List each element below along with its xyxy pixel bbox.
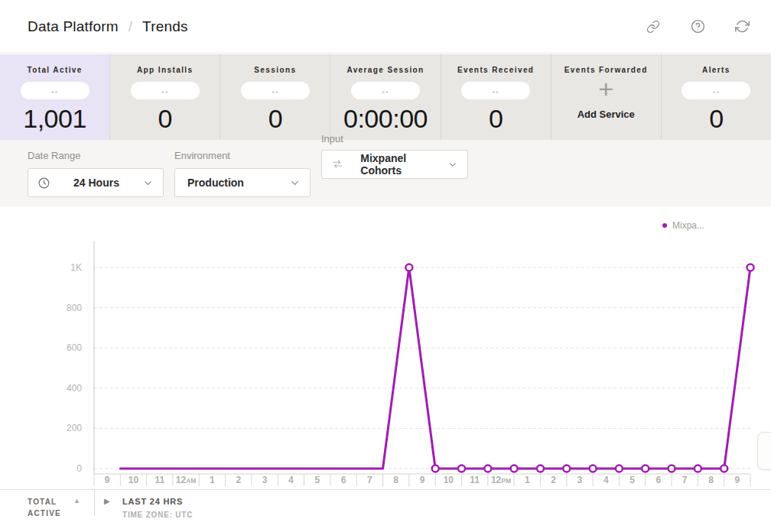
sort-ascending-icon[interactable]: ▲: [73, 497, 80, 504]
legend-dot-icon: [662, 223, 667, 228]
environment-select[interactable]: Production: [174, 168, 311, 197]
data-point-marker[interactable]: [405, 264, 412, 271]
svg-text:12PM: 12PM: [491, 475, 511, 485]
metric-card-events-received[interactable]: Events Received -- 0: [441, 54, 551, 140]
row-metric-label: TOTAL ACTIVE: [28, 496, 61, 519]
data-point-marker[interactable]: [511, 466, 518, 472]
metric-label: Events Forwarded: [564, 66, 648, 74]
svg-text:1K: 1K: [70, 262, 82, 273]
range-label: LAST 24 HRS: [122, 497, 183, 506]
metric-label: Events Received: [457, 66, 535, 74]
data-point-marker[interactable]: [616, 466, 623, 472]
svg-text:10: 10: [444, 475, 454, 485]
timezone-label: TIME ZONE: UTC: [122, 511, 193, 519]
metric-delta-pill: --: [241, 82, 310, 99]
row-metric-label-line1: TOTAL: [28, 496, 61, 508]
environment-filter: Environment Production: [174, 150, 311, 197]
metric-card-sessions[interactable]: Sessions -- 0: [220, 54, 330, 140]
svg-text:7: 7: [367, 475, 372, 485]
input-filter: Mixpanel Cohorts Input: [321, 150, 468, 179]
trends-chart-section: Mixpa... 02004006008001K9101112AM1234567…: [0, 206, 771, 489]
data-point-marker[interactable]: [432, 466, 439, 472]
breadcrumb-parent[interactable]: Data Platform: [28, 18, 119, 35]
metric-value: 1,001: [23, 105, 86, 133]
svg-text:4: 4: [288, 475, 294, 485]
chevron-down-icon: [447, 159, 458, 170]
data-point-marker[interactable]: [537, 466, 544, 472]
svg-text:4: 4: [603, 475, 609, 485]
input-value: Mixpanel Cohorts: [360, 152, 441, 177]
svg-text:12AM: 12AM: [176, 475, 197, 485]
chevron-down-icon: [142, 177, 154, 189]
metric-delta-pill: --: [351, 82, 420, 99]
expand-row-icon[interactable]: ▶: [104, 497, 110, 505]
metric-delta-pill: --: [21, 82, 89, 99]
data-point-marker[interactable]: [669, 466, 675, 472]
page-header: Data Platform / Trends: [0, 0, 771, 54]
y-axis-labels: 02004006008001K: [67, 262, 82, 474]
svg-text:6: 6: [341, 475, 346, 485]
svg-text:9: 9: [734, 475, 740, 485]
share-link-button[interactable]: [646, 19, 661, 34]
metric-card-alerts[interactable]: Alerts -- 0: [662, 54, 771, 140]
header-actions: [646, 19, 750, 34]
metric-card-total-active[interactable]: Total Active -- 1,001: [0, 54, 110, 140]
svg-text:11: 11: [155, 475, 164, 485]
metric-value: 0: [709, 105, 723, 133]
filter-bar: Date Range 24 Hours Environment Producti…: [0, 140, 771, 206]
add-service-button[interactable]: Add Service: [577, 109, 635, 120]
metric-label: Alerts: [702, 66, 730, 74]
line-chart[interactable]: 02004006008001K9101112AM123456789101112P…: [0, 206, 771, 489]
breadcrumb-separator: /: [128, 18, 132, 35]
metric-cards-row: Total Active -- 1,001 App Installs -- 0 …: [0, 54, 771, 140]
data-point-marker[interactable]: [458, 466, 465, 472]
svg-text:2: 2: [551, 475, 556, 485]
svg-text:7: 7: [682, 475, 688, 485]
chart-footer: TOTAL ACTIVE ▲ ▶ LAST 24 HRS TIME ZONE: …: [0, 489, 771, 532]
metric-card-app-installs[interactable]: App Installs -- 0: [110, 54, 220, 140]
svg-text:10: 10: [128, 475, 139, 485]
right-edge-panel-handle[interactable]: [757, 432, 771, 470]
help-button[interactable]: [690, 19, 705, 34]
data-point-marker[interactable]: [590, 466, 597, 472]
svg-text:1: 1: [210, 475, 215, 485]
swap-arrows-icon: [331, 157, 343, 171]
link-icon: [646, 20, 660, 34]
data-point-marker[interactable]: [721, 466, 727, 472]
date-range-filter: Date Range 24 Hours: [28, 150, 164, 197]
input-select[interactable]: Mixpanel Cohorts: [321, 150, 468, 179]
svg-text:9: 9: [420, 475, 425, 485]
svg-text:6: 6: [656, 475, 662, 485]
svg-text:3: 3: [577, 475, 583, 485]
breadcrumb-current: Trends: [142, 18, 188, 35]
environment-value: Production: [187, 177, 244, 189]
data-point-marker[interactable]: [484, 466, 491, 472]
metric-card-average-session[interactable]: Average Session -- 0:00:00: [330, 54, 441, 140]
metric-delta-pill: --: [131, 82, 200, 99]
metric-card-events-forwarded[interactable]: Events Forwarded + Add Service: [551, 54, 662, 140]
series-line: [120, 268, 750, 469]
data-point-marker[interactable]: [642, 466, 649, 472]
svg-text:8: 8: [393, 475, 399, 485]
legend-item-mixpanel[interactable]: Mixpa...: [662, 220, 704, 231]
metric-label: Total Active: [27, 66, 82, 74]
footer-divider: [94, 490, 95, 516]
clock-icon: [37, 177, 50, 190]
svg-text:600: 600: [67, 342, 82, 353]
svg-text:3: 3: [262, 475, 268, 485]
data-point-marker[interactable]: [747, 264, 754, 271]
data-point-marker[interactable]: [563, 466, 570, 472]
metric-label: Sessions: [254, 66, 296, 74]
chevron-down-icon: [289, 177, 301, 189]
metric-label: App Installs: [137, 66, 193, 74]
svg-text:2: 2: [236, 475, 241, 485]
metric-label: Average Session: [346, 66, 424, 74]
refresh-button[interactable]: [734, 19, 750, 34]
svg-text:800: 800: [67, 303, 82, 313]
data-point-marker[interactable]: [695, 466, 701, 472]
date-range-select[interactable]: 24 Hours: [28, 168, 164, 197]
environment-label: Environment: [174, 150, 311, 161]
row-metric-label-line2: ACTIVE: [28, 508, 61, 519]
legend-label: Mixpa...: [672, 220, 704, 231]
data-point-markers[interactable]: [405, 264, 753, 472]
